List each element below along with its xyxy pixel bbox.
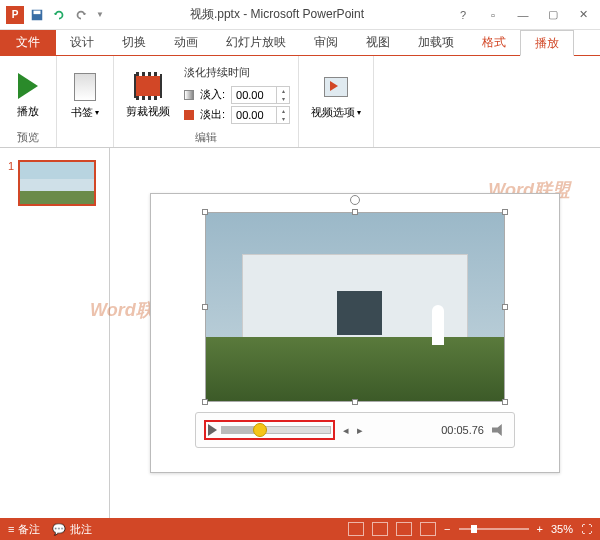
fadeout-up[interactable]: ▴ xyxy=(277,107,289,115)
slide-thumbnail-panel: 1 xyxy=(0,148,110,518)
highlighted-region xyxy=(204,420,335,440)
tab-review[interactable]: 审阅 xyxy=(300,30,352,55)
ribbon-display-button[interactable]: ▫ xyxy=(480,5,506,25)
step-forward-button[interactable]: ▸ xyxy=(357,424,363,437)
app-icon: P xyxy=(6,6,24,24)
qat-more-icon[interactable]: ▼ xyxy=(96,10,104,19)
fadeout-label: 淡出: xyxy=(200,107,225,122)
video-play-button[interactable] xyxy=(208,424,217,436)
resize-handle[interactable] xyxy=(202,209,208,215)
save-icon[interactable] xyxy=(30,8,44,22)
video-options-button[interactable]: 视频选项▾ xyxy=(307,69,365,122)
normal-view-button[interactable] xyxy=(348,522,364,536)
tab-format[interactable]: 格式 xyxy=(468,30,520,55)
fadein-down[interactable]: ▾ xyxy=(277,95,289,103)
video-playhead[interactable] xyxy=(253,423,267,437)
step-back-button[interactable]: ◂ xyxy=(343,424,349,437)
fadein-input[interactable] xyxy=(232,88,276,102)
fadein-up[interactable]: ▴ xyxy=(277,87,289,95)
notes-button[interactable]: ≡备注 xyxy=(8,522,40,537)
zoom-in-button[interactable]: + xyxy=(537,523,543,535)
video-options-icon xyxy=(320,71,352,103)
fadeout-icon xyxy=(184,110,194,120)
svg-rect-1 xyxy=(34,10,41,14)
comments-button[interactable]: 💬批注 xyxy=(52,522,92,537)
tab-animations[interactable]: 动画 xyxy=(160,30,212,55)
resize-handle[interactable] xyxy=(502,399,508,405)
tab-transitions[interactable]: 切换 xyxy=(108,30,160,55)
fade-duration-label: 淡化持续时间 xyxy=(184,65,290,80)
group-preview-label: 预览 xyxy=(8,128,48,145)
redo-icon[interactable] xyxy=(74,8,88,22)
play-icon xyxy=(12,70,44,102)
slide[interactable]: ◂ ▸ 00:05.76 xyxy=(150,193,560,473)
bookmark-icon xyxy=(69,71,101,103)
trim-video-button[interactable]: 剪裁视频 xyxy=(122,68,174,121)
tab-addins[interactable]: 加载项 xyxy=(404,30,468,55)
volume-icon[interactable] xyxy=(492,424,506,436)
resize-handle[interactable] xyxy=(202,304,208,310)
maximize-button[interactable]: ▢ xyxy=(540,5,566,25)
tab-slideshow[interactable]: 幻灯片放映 xyxy=(212,30,300,55)
reading-view-button[interactable] xyxy=(396,522,412,536)
film-icon xyxy=(132,70,164,102)
help-button[interactable]: ? xyxy=(450,5,476,25)
play-preview-button[interactable]: 播放 xyxy=(8,68,48,121)
tab-playback[interactable]: 播放 xyxy=(520,30,574,56)
bookmark-button[interactable]: 书签▾ xyxy=(65,69,105,122)
resize-handle[interactable] xyxy=(502,304,508,310)
resize-handle[interactable] xyxy=(502,209,508,215)
tab-design[interactable]: 设计 xyxy=(56,30,108,55)
fit-window-button[interactable]: ⛶ xyxy=(581,523,592,535)
zoom-slider[interactable] xyxy=(459,528,529,530)
undo-icon[interactable] xyxy=(52,8,66,22)
video-time: 00:05.76 xyxy=(441,424,484,436)
fadeout-spinner[interactable]: ▴▾ xyxy=(231,106,290,124)
video-controls: ◂ ▸ 00:05.76 xyxy=(195,412,515,448)
slide-canvas: Word联盟 Word联盟 xyxy=(110,148,600,518)
close-button[interactable]: ✕ xyxy=(570,5,596,25)
fadeout-down[interactable]: ▾ xyxy=(277,115,289,123)
rotate-handle[interactable] xyxy=(350,195,360,205)
video-seek-track[interactable] xyxy=(221,426,331,434)
fadeout-input[interactable] xyxy=(232,108,276,122)
tab-view[interactable]: 视图 xyxy=(352,30,404,55)
slideshow-view-button[interactable] xyxy=(420,522,436,536)
thumb-number: 1 xyxy=(8,160,14,206)
group-edit-label: 编辑 xyxy=(122,128,290,145)
resize-handle[interactable] xyxy=(352,399,358,405)
zoom-level[interactable]: 35% xyxy=(551,523,573,535)
video-object[interactable] xyxy=(205,212,505,402)
fadein-label: 淡入: xyxy=(200,87,225,102)
sorter-view-button[interactable] xyxy=(372,522,388,536)
fadein-spinner[interactable]: ▴▾ xyxy=(231,86,290,104)
zoom-out-button[interactable]: − xyxy=(444,523,450,535)
resize-handle[interactable] xyxy=(352,209,358,215)
minimize-button[interactable]: — xyxy=(510,5,536,25)
window-title: 视频.pptx - Microsoft PowerPoint xyxy=(104,6,450,23)
tab-file[interactable]: 文件 xyxy=(0,30,56,55)
fadein-icon xyxy=(184,90,194,100)
zoom-thumb[interactable] xyxy=(471,525,477,533)
resize-handle[interactable] xyxy=(202,399,208,405)
slide-thumbnail-1[interactable] xyxy=(18,160,96,206)
